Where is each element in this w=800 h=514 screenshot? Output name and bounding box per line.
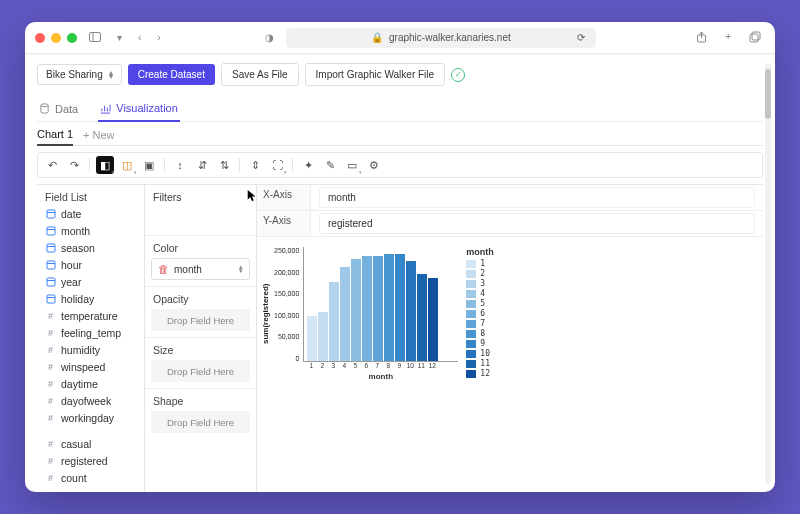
- legend-item[interactable]: 7: [466, 319, 494, 329]
- legend-swatch: [466, 270, 476, 278]
- close-window[interactable]: [35, 33, 45, 43]
- chart-bar[interactable]: [395, 254, 405, 361]
- field-item[interactable]: holiday: [43, 292, 138, 306]
- legend-swatch: [466, 300, 476, 308]
- field-item[interactable]: month: [43, 224, 138, 238]
- shield-icon[interactable]: ◑: [261, 30, 278, 45]
- dropdown-icon[interactable]: ▾: [113, 30, 126, 45]
- chart-plot[interactable]: [303, 247, 458, 362]
- legend-item[interactable]: 9: [466, 339, 494, 349]
- dataset-selector[interactable]: Bike Sharing ▴▾: [37, 64, 122, 85]
- field-item[interactable]: date: [43, 207, 138, 221]
- reload-icon[interactable]: ⟳: [577, 32, 585, 43]
- maximize-window[interactable]: [67, 33, 77, 43]
- dimension-icon: [45, 209, 56, 220]
- updown-caret-icon[interactable]: ▴▾: [239, 265, 243, 273]
- svg-rect-0: [90, 32, 101, 41]
- chart-bar[interactable]: [340, 267, 350, 361]
- chart-tab-1[interactable]: Chart 1: [37, 128, 73, 146]
- redo-icon[interactable]: ↷: [65, 156, 83, 174]
- sort-asc-icon[interactable]: ↕: [171, 156, 189, 174]
- url-bar[interactable]: 🔒 graphic-walker.kanaries.net ⟳: [286, 28, 596, 48]
- field-item[interactable]: #humidity: [43, 343, 138, 357]
- legend-swatch: [466, 350, 476, 358]
- legend-item[interactable]: 5: [466, 299, 494, 309]
- field-config-icon[interactable]: ✦: [299, 156, 317, 174]
- chart-legend: month 123456789101112: [466, 247, 494, 381]
- forward-button[interactable]: ›: [153, 30, 164, 45]
- import-file-button[interactable]: Import Graphic Walker File: [305, 63, 446, 86]
- chart-bar[interactable]: [406, 261, 416, 361]
- filters-drop-zone[interactable]: [145, 207, 256, 235]
- chart-bar[interactable]: [373, 256, 383, 361]
- create-dataset-button[interactable]: Create Dataset: [128, 64, 215, 85]
- x-tick: 10: [405, 362, 415, 369]
- export-icon[interactable]: ▭▾: [343, 156, 361, 174]
- new-tab-icon[interactable]: +: [721, 29, 735, 47]
- tab-data[interactable]: Data: [37, 96, 80, 121]
- color-field-chip[interactable]: 🗑 month ▴▾: [151, 258, 250, 280]
- legend-item[interactable]: 4: [466, 289, 494, 299]
- tab-visualization[interactable]: Visualization: [98, 96, 180, 122]
- field-item[interactable]: #count: [43, 471, 138, 485]
- sort-field-desc-icon[interactable]: ⇅: [215, 156, 233, 174]
- legend-item[interactable]: 2: [466, 269, 494, 279]
- x-axis-field-chip[interactable]: month: [319, 187, 755, 208]
- field-item[interactable]: #daytime: [43, 377, 138, 391]
- scrollbar-thumb[interactable]: [765, 69, 771, 119]
- undo-icon[interactable]: ↶: [43, 156, 61, 174]
- fullscreen-icon[interactable]: ⛶▾: [268, 156, 286, 174]
- chart-bar[interactable]: [351, 259, 361, 361]
- chart-bar[interactable]: [329, 282, 339, 361]
- legend-item[interactable]: 1: [466, 259, 494, 269]
- transpose-icon[interactable]: ▣: [140, 156, 158, 174]
- axis-scale-icon[interactable]: ⇕: [246, 156, 264, 174]
- field-item[interactable]: #casual: [43, 437, 138, 451]
- back-button[interactable]: ‹: [134, 30, 145, 45]
- stack-mode-icon[interactable]: ◫▾: [118, 156, 136, 174]
- trash-icon[interactable]: 🗑: [158, 263, 169, 275]
- chart-bar[interactable]: [384, 254, 394, 361]
- legend-item[interactable]: 10: [466, 349, 494, 359]
- legend-item[interactable]: 11: [466, 359, 494, 369]
- page-scrollbar[interactable]: [765, 63, 771, 484]
- dimension-icon: [45, 226, 56, 237]
- field-item[interactable]: #feeling_temp: [43, 326, 138, 340]
- size-drop-zone[interactable]: Drop Field Here: [151, 360, 250, 382]
- field-item[interactable]: #registered: [43, 454, 138, 468]
- chart-bar[interactable]: [362, 256, 372, 361]
- chart-bar[interactable]: [307, 316, 317, 361]
- sidebar-toggle-icon[interactable]: [85, 30, 105, 46]
- filters-title: Filters: [145, 185, 256, 207]
- legend-item[interactable]: 8: [466, 329, 494, 339]
- field-item[interactable]: #winspeed: [43, 360, 138, 374]
- chart-tab-new[interactable]: + New: [83, 129, 115, 141]
- opacity-drop-zone[interactable]: Drop Field Here: [151, 309, 250, 331]
- field-item[interactable]: hour: [43, 258, 138, 272]
- save-as-file-button[interactable]: Save As File: [221, 63, 299, 86]
- field-item[interactable]: #workingday: [43, 411, 138, 425]
- field-item[interactable]: year: [43, 275, 138, 289]
- legend-item[interactable]: 6: [466, 309, 494, 319]
- minimize-window[interactable]: [51, 33, 61, 43]
- x-tick: 9: [394, 362, 404, 369]
- chart-bar[interactable]: [417, 274, 427, 361]
- field-item[interactable]: #dayofweek: [43, 394, 138, 408]
- share-icon[interactable]: [692, 29, 711, 47]
- sort-field-asc-icon[interactable]: ⇵: [193, 156, 211, 174]
- settings-icon[interactable]: ⚙: [365, 156, 383, 174]
- y-axis-field-chip[interactable]: registered: [319, 213, 755, 234]
- chart-type-icon[interactable]: ◧▾: [96, 156, 114, 174]
- field-item[interactable]: season: [43, 241, 138, 255]
- legend-label: 10: [480, 349, 490, 359]
- brush-icon[interactable]: ✎: [321, 156, 339, 174]
- field-item[interactable]: #temperature: [43, 309, 138, 323]
- chart-bar[interactable]: [428, 278, 438, 361]
- legend-item[interactable]: 3: [466, 279, 494, 289]
- dataset-selector-label: Bike Sharing: [46, 69, 103, 80]
- legend-swatch: [466, 290, 476, 298]
- shape-drop-zone[interactable]: Drop Field Here: [151, 411, 250, 433]
- chart-bar[interactable]: [318, 312, 328, 361]
- tabs-icon[interactable]: [745, 29, 765, 47]
- legend-item[interactable]: 12: [466, 369, 494, 379]
